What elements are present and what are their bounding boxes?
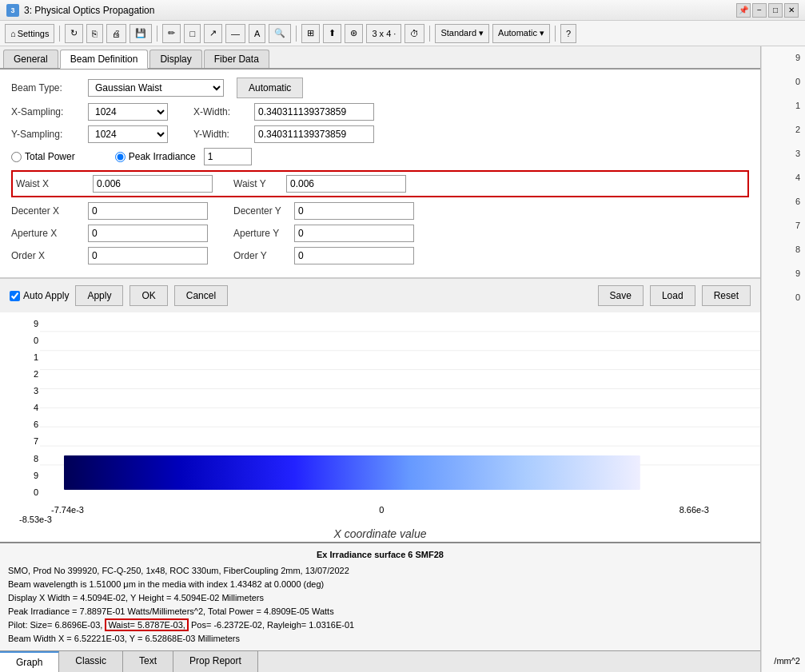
waist-x-label: Waist X bbox=[16, 178, 88, 189]
print-button[interactable]: 🖨 bbox=[106, 24, 126, 43]
aperture-row: Aperture X 0 Aperture Y 0 bbox=[11, 225, 749, 242]
apply-button[interactable]: Apply bbox=[75, 285, 123, 306]
order-y-input[interactable]: 0 bbox=[294, 247, 414, 264]
waist-row: Waist X 0.006 Waist Y 0.006 bbox=[11, 170, 749, 197]
right-num-0b: 0 bbox=[795, 292, 800, 302]
aperture-x-input[interactable]: 0 bbox=[88, 225, 208, 242]
tab-general[interactable]: General bbox=[3, 50, 58, 68]
total-power-radio[interactable] bbox=[11, 152, 22, 162]
save-toolbar-button[interactable]: 💾 bbox=[130, 24, 152, 43]
automatic-button[interactable]: Automatic bbox=[237, 78, 303, 98]
peak-irradiance-radio[interactable] bbox=[115, 152, 126, 162]
grid-size: 3 x 4 · bbox=[366, 24, 401, 43]
tab-graph[interactable]: Graph bbox=[0, 651, 59, 672]
decenter-x-label: Decenter X bbox=[11, 205, 83, 217]
right-num-7: 7 bbox=[795, 221, 800, 230]
zoom-button[interactable]: 🔍 bbox=[269, 24, 291, 43]
aperture-y-label: Aperture Y bbox=[233, 228, 289, 239]
bottom-buttons-area: Auto Apply Apply OK Cancel Save Load Res… bbox=[0, 278, 760, 312]
pencil-button[interactable]: ✏ bbox=[162, 24, 181, 43]
settings-button[interactable]: ⌂ Settings bbox=[5, 24, 54, 43]
total-power-radio-item: Total Power bbox=[11, 151, 75, 162]
chart-plot bbox=[40, 312, 760, 503]
beam-type-label: Beam Type: bbox=[11, 82, 83, 93]
pin-button[interactable]: 📌 bbox=[736, 3, 751, 18]
refresh-button[interactable]: ↻ bbox=[65, 24, 83, 43]
peak-irradiance-input[interactable] bbox=[204, 148, 252, 165]
dialog-tabs: General Beam Definition Display Fiber Da… bbox=[0, 46, 760, 69]
ok-button[interactable]: OK bbox=[130, 285, 167, 306]
order-y-label: Order Y bbox=[233, 250, 289, 261]
beam-type-select[interactable]: Gaussian Waist bbox=[88, 79, 224, 97]
bottom-tabs: Graph Classic Text Prop Report bbox=[0, 650, 760, 672]
waist-x-input[interactable]: 0.006 bbox=[93, 175, 213, 193]
x-left-label: -7.74e-3 bbox=[51, 505, 84, 515]
right-num-2: 2 bbox=[795, 125, 800, 134]
right-num-1: 1 bbox=[795, 101, 800, 110]
cancel-button[interactable]: Cancel bbox=[174, 285, 228, 306]
info-title: Ex Irradiance surface 6 SMF28 bbox=[8, 548, 752, 562]
y-sampling-label: Y-Sampling: bbox=[11, 129, 83, 140]
dash-button[interactable]: — bbox=[225, 24, 245, 43]
help-button[interactable]: ? bbox=[560, 24, 576, 43]
x-sampling-row: X-Sampling: 1024 X-Width: 0.340311139373… bbox=[11, 103, 749, 121]
decenter-y-label: Decenter Y bbox=[233, 205, 289, 217]
standard-dropdown[interactable]: Standard ▾ bbox=[435, 24, 489, 43]
right-panel: 9 0 1 2 3 4 6 7 8 9 0 /mm^2 bbox=[761, 46, 805, 672]
line-button[interactable]: ↗ bbox=[204, 24, 222, 43]
waist-y-input[interactable]: 0.006 bbox=[286, 175, 406, 193]
window-controls: 📌 − □ ✕ bbox=[736, 3, 799, 18]
info-line-6: Beam Width X = 6.52221E-03, Y = 6.52868E… bbox=[8, 632, 752, 646]
automatic-dropdown[interactable]: Automatic ▾ bbox=[492, 24, 550, 43]
aperture-y-input[interactable]: 0 bbox=[294, 225, 414, 242]
y-sampling-select[interactable]: 1024 bbox=[88, 125, 168, 143]
window-title: 3: Physical Optics Propagation bbox=[24, 5, 154, 16]
y-width-input[interactable]: 0.340311139373859 bbox=[254, 125, 374, 143]
x-left2-label: -8.53e-3 bbox=[19, 515, 52, 524]
tab-fiber-data[interactable]: Fiber Data bbox=[204, 50, 269, 68]
copy-button[interactable]: ⎘ bbox=[86, 24, 103, 43]
settings-icon: ⌂ bbox=[10, 29, 16, 38]
order-x-input[interactable]: 0 bbox=[88, 247, 208, 264]
app-icon: 3 bbox=[6, 4, 19, 17]
auto-apply-checkbox-label: Auto Apply bbox=[10, 290, 69, 301]
close-button[interactable]: ✕ bbox=[784, 3, 799, 18]
x-axis-title: X coordinate value bbox=[11, 527, 749, 540]
save-button[interactable]: Save bbox=[598, 285, 644, 306]
unit-label: /mm^2 bbox=[774, 656, 800, 666]
right-num-6: 6 bbox=[795, 197, 800, 206]
export-button[interactable]: ⬆ bbox=[323, 24, 341, 43]
toolbar: ⌂ Settings ↻ ⎘ 🖨 💾 ✏ □ ↗ — A 🔍 ⊞ ⬆ ⊛ 3 x… bbox=[0, 21, 805, 46]
auto-apply-checkbox[interactable] bbox=[10, 291, 20, 301]
aperture-x-label: Aperture X bbox=[11, 228, 83, 239]
decenter-y-input[interactable]: 0 bbox=[294, 202, 414, 220]
decenter-row: Decenter X 0 Decenter Y 0 bbox=[11, 202, 749, 220]
tab-prop-report[interactable]: Prop Report bbox=[173, 651, 258, 672]
maximize-button[interactable]: □ bbox=[768, 3, 783, 18]
tab-classic[interactable]: Classic bbox=[59, 651, 123, 672]
x-sampling-select[interactable]: 1024 bbox=[88, 103, 168, 121]
y-axis-labels: 9 0 1 2 3 4 6 7 8 9 0 bbox=[0, 312, 40, 503]
order-row: Order X 0 Order Y 0 bbox=[11, 247, 749, 264]
power-radio-group: Total Power Peak Irradiance bbox=[11, 148, 749, 165]
right-num-0a: 0 bbox=[795, 77, 800, 86]
decenter-x-input[interactable]: 0 bbox=[88, 202, 208, 220]
grid-button[interactable]: ⊞ bbox=[301, 24, 320, 43]
x-width-input[interactable]: 0.340311139373859 bbox=[254, 103, 374, 121]
beam-type-row: Beam Type: Gaussian Waist Automatic bbox=[11, 78, 749, 98]
peak-irradiance-radio-item: Peak Irradiance bbox=[115, 148, 252, 165]
rect-button[interactable]: □ bbox=[184, 24, 201, 43]
right-num-8: 8 bbox=[795, 245, 800, 254]
reset-button[interactable]: Reset bbox=[702, 285, 751, 306]
x-axis-area: -7.74e-3 0 8.66e-3 -8.53e-3 X coordinate… bbox=[0, 503, 760, 542]
text-button[interactable]: A bbox=[249, 24, 265, 43]
tab-text[interactable]: Text bbox=[123, 651, 173, 672]
clock-button[interactable]: ⏱ bbox=[404, 24, 424, 43]
info-line-3: Display X Width = 4.5094E-02, Y Height =… bbox=[8, 591, 752, 605]
minimize-button[interactable]: − bbox=[752, 3, 767, 18]
right-num-3: 3 bbox=[795, 149, 800, 158]
tab-beam-definition[interactable]: Beam Definition bbox=[60, 50, 149, 69]
load-button[interactable]: Load bbox=[650, 285, 695, 306]
tab-display[interactable]: Display bbox=[149, 50, 201, 68]
layers-button[interactable]: ⊛ bbox=[345, 24, 363, 43]
